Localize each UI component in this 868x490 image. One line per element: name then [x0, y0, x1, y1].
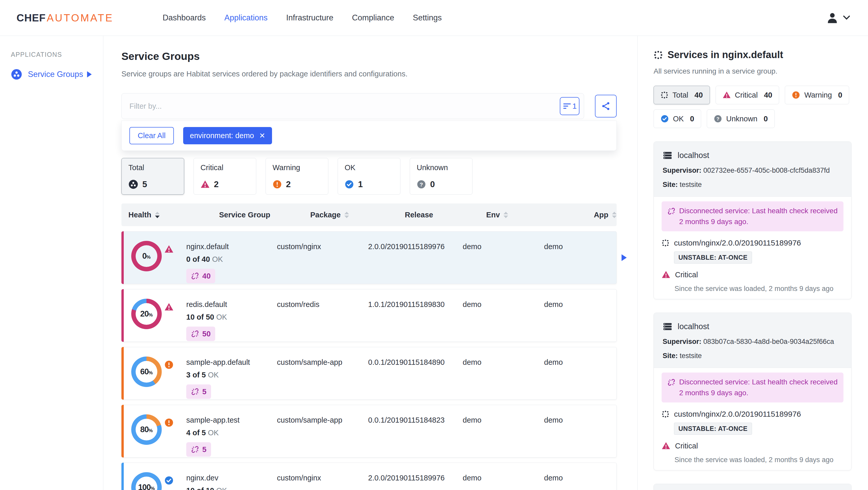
- ok-count: 10 of 10: [186, 486, 214, 490]
- ok-suffix: OK: [208, 371, 219, 379]
- health-tile[interactable]: Unknown ? 0: [410, 158, 472, 195]
- health-pill[interactable]: ? Total 40: [654, 86, 710, 104]
- pill-value: 0: [764, 115, 768, 123]
- column-label: Health: [128, 211, 151, 219]
- selected-row-caret-icon[interactable]: [622, 254, 627, 261]
- health-percent: 100: [138, 483, 151, 490]
- service-group-name: nginx.dev: [186, 474, 277, 482]
- nav-item[interactable]: Compliance: [352, 13, 394, 23]
- svg-text:?: ?: [716, 116, 719, 122]
- supervisor-id: 083b07ca-5830-4a8d-be0a-9034a25f66ca: [704, 338, 834, 346]
- release-cell: 2.0.0/20190115189976: [368, 474, 463, 490]
- tile-value: 2: [214, 179, 219, 189]
- service-group-row[interactable]: 60 %: [121, 347, 617, 400]
- service-package-id: custom/nginx/2.0.0/20190115189976: [674, 238, 801, 247]
- unknown-icon: ?: [417, 180, 426, 189]
- nav-item[interactable]: Applications: [224, 13, 268, 23]
- remove-filter-icon[interactable]: ✕: [259, 131, 265, 140]
- service-group-row[interactable]: 20 %: [121, 289, 617, 342]
- pill-value: 40: [694, 91, 703, 99]
- health-cell: 100 %: [129, 474, 186, 490]
- service-group-row[interactable]: 0 %: [121, 231, 617, 284]
- service-package-id: custom/nginx/2.0.0/20190115189976: [674, 410, 801, 419]
- update-strategy-badge: UNSTABLE: AT-ONCE: [674, 252, 752, 264]
- health-percent: 0: [142, 252, 147, 261]
- clear-all-button[interactable]: Clear All: [129, 127, 174, 144]
- nav-item[interactable]: Dashboards: [162, 13, 206, 23]
- health-tile[interactable]: OK ? 1: [338, 158, 400, 195]
- sort-arrows-icon[interactable]: [503, 212, 508, 218]
- unknown-icon: ?: [714, 115, 722, 123]
- service-card: localhost Supervisor: 083b07ca-5830-4a8d…: [654, 313, 851, 470]
- service-card-header: localhost Supervisor: 002732ee-6557-405c…: [654, 142, 851, 196]
- service-card-body: Disconnected service: Last health check …: [654, 368, 851, 470]
- chevron-down-icon: [843, 15, 850, 20]
- env-cell: demo: [463, 358, 544, 399]
- column-header[interactable]: Env: [486, 211, 594, 219]
- service-group-row[interactable]: 100 %: [121, 463, 617, 490]
- service-group-name: sample-app.default: [186, 358, 277, 367]
- service-card-body: Disconnected service: Last health check …: [654, 196, 851, 299]
- critical-icon: [722, 91, 731, 99]
- health-tile[interactable]: Warning ? 2: [266, 158, 328, 195]
- percent-sign: %: [149, 370, 153, 375]
- nav-item[interactable]: Infrastructure: [286, 13, 334, 23]
- column-header[interactable]: Health: [128, 211, 219, 219]
- health-pill[interactable]: ? OK 0: [654, 109, 701, 128]
- pill-label: Warning: [804, 91, 832, 99]
- health-percent: 80: [140, 425, 149, 434]
- column-header[interactable]: App: [594, 211, 617, 219]
- health-pill[interactable]: ? Unknown 0: [707, 109, 775, 128]
- filter-bar: 1: [121, 93, 617, 119]
- nav-item[interactable]: Settings: [413, 13, 442, 23]
- sort-arrows-icon[interactable]: [612, 212, 617, 218]
- package-cell: custom/sample-app: [277, 416, 368, 457]
- health-tile[interactable]: Critical ? 2: [193, 158, 256, 195]
- user-menu[interactable]: [826, 11, 850, 25]
- sidebar-item-label: Service Groups: [28, 70, 83, 79]
- since-loaded-text: Since the service was loaded, 2 months 9…: [675, 285, 843, 293]
- health-cell: 60 %: [129, 358, 186, 399]
- disconnected-count: 5: [202, 388, 207, 396]
- service-group-row[interactable]: 80 %: [121, 405, 617, 457]
- env-cell: demo: [463, 300, 544, 341]
- service-status: Critical: [675, 270, 698, 279]
- tile-value: 0: [430, 179, 435, 189]
- ok-suffix: OK: [216, 313, 227, 321]
- column-header[interactable]: Release: [405, 211, 486, 219]
- column-header[interactable]: Service Group: [219, 211, 310, 219]
- service-group-cell: sample-app.test 4 of 5 OK: [186, 416, 277, 457]
- column-header[interactable]: Package: [310, 211, 405, 219]
- sort-arrows-icon[interactable]: [344, 212, 349, 218]
- share-button[interactable]: [595, 95, 617, 118]
- env-cell: demo: [463, 416, 544, 457]
- app-root: CHEF AUTOMATE Dashboards Applications In…: [0, 0, 868, 490]
- health-pill[interactable]: ? Warning 0: [785, 86, 849, 104]
- health-tile[interactable]: Total ? 5: [121, 158, 184, 195]
- disconnected-banner: Disconnected service: Last health check …: [661, 201, 843, 231]
- chef-automate-logo[interactable]: CHEF AUTOMATE: [17, 12, 114, 24]
- ok-count: 3 of 5: [186, 371, 206, 379]
- sort-arrows-icon[interactable]: [155, 212, 160, 218]
- tile-label: Unknown: [417, 163, 466, 172]
- health-pill[interactable]: ? Critical 40: [716, 86, 779, 104]
- filter-input[interactable]: [121, 93, 584, 119]
- panel-subtitle: All services running in a service group.: [654, 67, 851, 75]
- sidebar-item-service-groups[interactable]: Service Groups: [11, 69, 103, 80]
- env-cell: demo: [463, 242, 544, 284]
- disconnected-count-chip: 40: [186, 269, 215, 283]
- package-cell: custom/nginx: [277, 242, 368, 284]
- ok-icon: [345, 180, 354, 189]
- filter-chip-label: environment: demo: [190, 131, 254, 140]
- pill-value: 40: [764, 91, 772, 99]
- app-cell: demo: [544, 358, 616, 399]
- disconnected-count: 50: [202, 330, 211, 338]
- filter-chip-environment-demo[interactable]: environment: demo ✕: [183, 127, 272, 144]
- filter-toggle-button[interactable]: 1: [560, 97, 580, 115]
- service-card-header: localhost Supervisor: 083b07ca-5830-4a8d…: [654, 313, 851, 368]
- expand-caret-icon[interactable]: [87, 71, 92, 77]
- services-dots-icon: [661, 410, 669, 418]
- app-cell: demo: [544, 474, 616, 490]
- site-value: testsite: [680, 352, 702, 360]
- service-status: Critical: [675, 442, 698, 450]
